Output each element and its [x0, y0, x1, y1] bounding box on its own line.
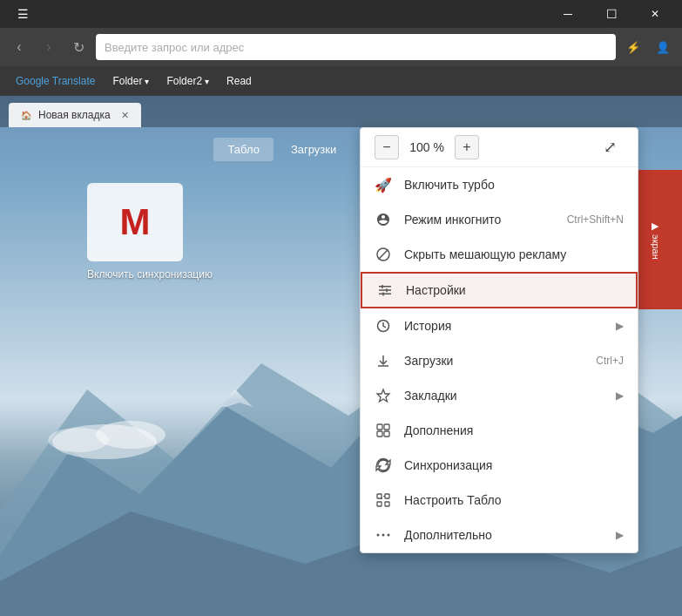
zoom-value: 100 % — [409, 140, 444, 154]
menu-item-more[interactable]: Дополнительно ▶ — [361, 518, 638, 552]
download-icon — [375, 352, 392, 369]
menu-item-label: Включить турбо — [404, 178, 495, 192]
address-bar[interactable]: Введите запрос или адрес — [96, 34, 616, 60]
tab-downloads[interactable]: Загрузки — [277, 138, 350, 161]
svg-rect-14 — [379, 289, 391, 291]
svg-rect-26 — [377, 494, 382, 498]
chevron-down-icon: ▾ — [145, 77, 149, 86]
svg-rect-30 — [382, 498, 383, 500]
arrow-icon: ▶ — [616, 389, 624, 402]
more-icon — [375, 526, 392, 544]
block-icon — [375, 246, 392, 263]
bookmark-google-translate[interactable]: Google Translate — [9, 71, 102, 91]
svg-rect-23 — [384, 424, 389, 430]
grid-icon — [375, 491, 392, 509]
tab-tablo[interactable]: Табло — [213, 138, 273, 161]
minimize-button[interactable]: ─ — [548, 0, 588, 28]
sync-icon — [375, 457, 392, 474]
menu-item-label: Загрузки — [404, 354, 453, 368]
gmail-dial-item[interactable]: M Включить синхронизацию — [87, 183, 213, 281]
menu-item-label: Дополнительно — [404, 528, 492, 542]
tab-close-icon[interactable]: ✕ — [121, 110, 129, 121]
menu-item-adblock[interactable]: Скрыть мешающую рекламу — [361, 237, 638, 272]
rocket-icon: 🚀 — [375, 176, 392, 193]
tab-label: Новая вкладка — [38, 109, 111, 121]
menu-item-history[interactable]: История ▶ — [361, 308, 638, 343]
maximize-button[interactable]: ☐ — [591, 0, 631, 28]
bookmark-label: Folder2 — [166, 75, 202, 87]
browser-window: ☰ ─ ☐ ✕ ‹ › ↻ Введите запрос или адрес ⚡… — [0, 0, 682, 616]
gmail-icon: M — [120, 201, 151, 243]
address-placeholder: Введите запрос или адрес — [105, 41, 244, 54]
bookmark-label: Folder — [112, 75, 142, 87]
back-button[interactable]: ‹ — [7, 35, 31, 59]
refresh-button[interactable]: ↻ — [66, 35, 91, 59]
menu-item-turbo[interactable]: 🚀 Включить турбо — [361, 167, 638, 202]
svg-rect-13 — [379, 286, 391, 288]
red-card-text: ▶ экран — [651, 220, 662, 260]
close-button[interactable]: ✕ — [635, 0, 675, 28]
svg-point-32 — [377, 534, 380, 537]
svg-rect-24 — [377, 431, 382, 437]
menu-item-label: Настройки — [406, 283, 466, 297]
bookmark-folder2[interactable]: Folder2 ▾ — [159, 71, 216, 91]
bookmark-label: Google Translate — [16, 75, 95, 87]
bookmark-read[interactable]: Read — [219, 71, 259, 91]
bookmark-folder[interactable]: Folder ▾ — [105, 71, 156, 91]
bookmark-label: Read — [226, 75, 252, 87]
svg-rect-29 — [385, 502, 389, 506]
svg-rect-28 — [377, 502, 382, 506]
chevron-down-icon: ▾ — [205, 77, 209, 86]
bookmarks-bar: Google Translate Folder ▾ Folder2 ▾ Read — [0, 66, 682, 96]
incognito-icon — [375, 211, 392, 228]
menu-button[interactable]: ☰ — [7, 0, 39, 28]
menu-item-configure-dial[interactable]: Настроить Табло — [361, 483, 638, 518]
arrow-icon: ▶ — [616, 529, 624, 541]
svg-rect-25 — [384, 431, 389, 437]
zoom-row: − 100 % + ⤢ — [361, 128, 638, 167]
menu-item-incognito[interactable]: Режим инкогнито Ctrl+Shift+N — [361, 202, 638, 237]
addons-icon — [375, 422, 392, 439]
menu-item-label: Закладки — [404, 389, 457, 403]
new-tab[interactable]: 🏠 Новая вкладка ✕ — [9, 103, 141, 127]
user-button[interactable]: 👤 — [651, 35, 675, 59]
svg-rect-15 — [379, 294, 391, 295]
tab-favicon: 🏠 — [21, 111, 31, 120]
svg-rect-22 — [377, 424, 382, 430]
shortcut-label: Ctrl+Shift+N — [567, 213, 624, 226]
dropdown-menu: − 100 % + ⤢ 🚀 Включить турбо — [360, 127, 638, 553]
extensions-button[interactable]: ⚡ — [621, 35, 645, 59]
menu-item-label: Режим инкогнито — [404, 213, 501, 227]
zoom-increase-button[interactable]: + — [455, 135, 479, 159]
forward-button[interactable]: › — [37, 35, 61, 59]
svg-point-33 — [382, 534, 385, 537]
tab-bar: 🏠 Новая вкладка ✕ — [0, 96, 682, 127]
menu-item-sync[interactable]: Синхронизация — [361, 448, 638, 483]
svg-rect-27 — [385, 494, 389, 498]
menu-item-label: Скрыть мешающую рекламу — [404, 247, 566, 261]
shortcut-label: Ctrl+J — [596, 355, 624, 367]
browser-toolbar: ‹ › ↻ Введите запрос или адрес ⚡ 👤 — [0, 28, 682, 66]
arrow-icon: ▶ — [616, 320, 624, 332]
menu-item-settings[interactable]: Настройки — [361, 272, 638, 308]
menu-item-label: Синхронизация — [404, 458, 492, 472]
svg-marker-21 — [377, 389, 389, 402]
settings-icon — [376, 281, 394, 299]
zoom-decrease-button[interactable]: − — [375, 135, 399, 159]
menu-item-label: Дополнения — [404, 423, 473, 437]
star-icon — [375, 387, 392, 404]
history-icon — [375, 317, 392, 335]
menu-item-label: История — [404, 319, 451, 333]
fullscreen-icon: ⤢ — [604, 138, 617, 157]
svg-point-34 — [388, 534, 390, 537]
titlebar: ☰ ─ ☐ ✕ — [0, 0, 682, 28]
menu-item-downloads[interactable]: Загрузки Ctrl+J — [361, 343, 638, 378]
content-area: 🏠 Новая вкладка ✕ Табло Загрузки Недавно… — [0, 96, 682, 616]
menu-item-label: Настроить Табло — [404, 493, 502, 507]
menu-item-addons[interactable]: Дополнения — [361, 413, 638, 448]
menu-item-bookmarks[interactable]: Закладки ▶ — [361, 378, 638, 413]
fullscreen-button[interactable]: ⤢ — [596, 135, 624, 159]
svg-line-12 — [379, 250, 388, 260]
sync-label[interactable]: Включить синхронизацию — [87, 268, 213, 281]
